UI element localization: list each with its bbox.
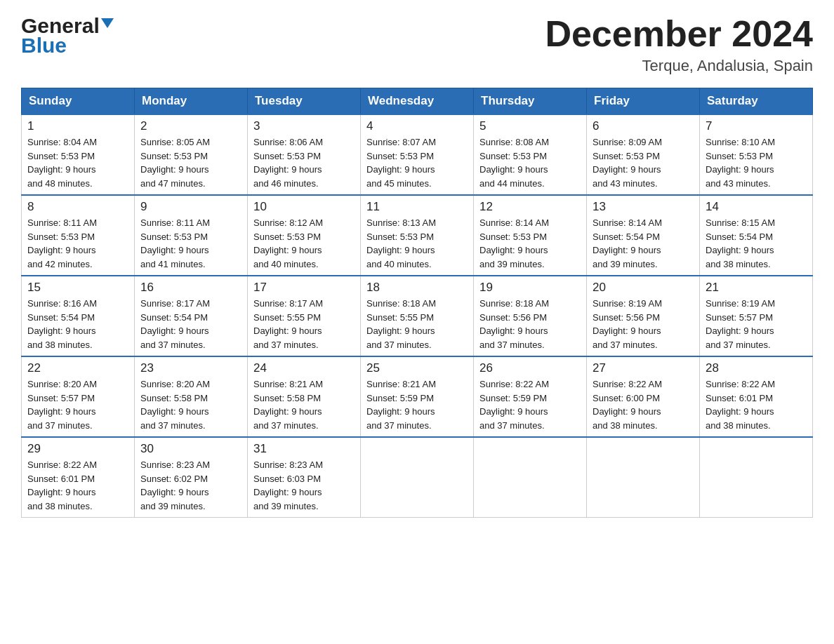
day-info: Sunrise: 8:04 AM Sunset: 5:53 PM Dayligh… — [27, 137, 97, 189]
day-number: 26 — [479, 361, 581, 375]
day-info: Sunrise: 8:11 AM Sunset: 5:53 PM Dayligh… — [27, 217, 97, 269]
table-row: 10 Sunrise: 8:12 AM Sunset: 5:53 PM Dayl… — [248, 195, 361, 276]
table-row: 14 Sunrise: 8:15 AM Sunset: 5:54 PM Dayl… — [700, 195, 813, 276]
location-title: Terque, Andalusia, Spain — [545, 57, 813, 75]
day-info: Sunrise: 8:19 AM Sunset: 5:57 PM Dayligh… — [706, 298, 775, 350]
logo-triangle-icon — [101, 20, 114, 32]
col-wednesday: Wednesday — [361, 88, 474, 115]
day-info: Sunrise: 8:19 AM Sunset: 5:56 PM Dayligh… — [593, 298, 662, 350]
day-number: 20 — [593, 281, 694, 295]
table-row: 9 Sunrise: 8:11 AM Sunset: 5:53 PM Dayli… — [135, 195, 248, 276]
day-number: 7 — [706, 119, 807, 133]
table-row: 27 Sunrise: 8:22 AM Sunset: 6:00 PM Dayl… — [587, 356, 700, 437]
table-row: 21 Sunrise: 8:19 AM Sunset: 5:57 PM Dayl… — [700, 276, 813, 356]
day-info: Sunrise: 8:14 AM Sunset: 5:53 PM Dayligh… — [479, 217, 549, 269]
table-row: 23 Sunrise: 8:20 AM Sunset: 5:58 PM Dayl… — [135, 356, 248, 437]
day-number: 28 — [706, 361, 807, 375]
page-header: General Blue December 2024 Terque, Andal… — [21, 14, 813, 75]
table-row: 11 Sunrise: 8:13 AM Sunset: 5:53 PM Dayl… — [361, 195, 474, 276]
day-info: Sunrise: 8:09 AM Sunset: 5:53 PM Dayligh… — [593, 137, 662, 189]
day-number: 19 — [479, 281, 581, 295]
day-number: 3 — [253, 119, 355, 133]
col-thursday: Thursday — [474, 88, 587, 115]
day-info: Sunrise: 8:07 AM Sunset: 5:53 PM Dayligh… — [366, 137, 436, 189]
month-title: December 2024 — [545, 14, 813, 54]
day-info: Sunrise: 8:22 AM Sunset: 6:01 PM Dayligh… — [27, 459, 97, 511]
table-row — [700, 437, 813, 518]
table-row: 19 Sunrise: 8:18 AM Sunset: 5:56 PM Dayl… — [474, 276, 587, 356]
day-info: Sunrise: 8:14 AM Sunset: 5:54 PM Dayligh… — [593, 217, 662, 269]
day-number: 18 — [366, 281, 468, 295]
table-row — [474, 437, 587, 518]
table-row: 18 Sunrise: 8:18 AM Sunset: 5:55 PM Dayl… — [361, 276, 474, 356]
day-number: 22 — [27, 361, 128, 375]
day-number: 30 — [140, 442, 241, 456]
day-info: Sunrise: 8:10 AM Sunset: 5:53 PM Dayligh… — [706, 137, 775, 189]
day-info: Sunrise: 8:12 AM Sunset: 5:53 PM Dayligh… — [253, 217, 323, 269]
table-row: 5 Sunrise: 8:08 AM Sunset: 5:53 PM Dayli… — [474, 114, 587, 195]
calendar-week-row: 22 Sunrise: 8:20 AM Sunset: 5:57 PM Dayl… — [22, 356, 813, 437]
logo-blue-text: Blue — [21, 34, 67, 58]
col-friday: Friday — [587, 88, 700, 115]
day-info: Sunrise: 8:23 AM Sunset: 6:03 PM Dayligh… — [253, 459, 323, 511]
table-row: 3 Sunrise: 8:06 AM Sunset: 5:53 PM Dayli… — [248, 114, 361, 195]
day-number: 1 — [27, 119, 128, 133]
table-row: 4 Sunrise: 8:07 AM Sunset: 5:53 PM Dayli… — [361, 114, 474, 195]
day-number: 11 — [366, 200, 468, 214]
day-info: Sunrise: 8:22 AM Sunset: 6:01 PM Dayligh… — [706, 379, 775, 431]
day-info: Sunrise: 8:17 AM Sunset: 5:54 PM Dayligh… — [140, 298, 210, 350]
day-number: 5 — [479, 119, 581, 133]
calendar-week-row: 1 Sunrise: 8:04 AM Sunset: 5:53 PM Dayli… — [22, 114, 813, 195]
table-row: 29 Sunrise: 8:22 AM Sunset: 6:01 PM Dayl… — [22, 437, 135, 518]
table-row: 20 Sunrise: 8:19 AM Sunset: 5:56 PM Dayl… — [587, 276, 700, 356]
day-number: 10 — [253, 200, 355, 214]
day-number: 23 — [140, 361, 241, 375]
day-number: 16 — [140, 281, 241, 295]
day-info: Sunrise: 8:21 AM Sunset: 5:59 PM Dayligh… — [366, 379, 436, 431]
day-info: Sunrise: 8:15 AM Sunset: 5:54 PM Dayligh… — [706, 217, 775, 269]
table-row: 12 Sunrise: 8:14 AM Sunset: 5:53 PM Dayl… — [474, 195, 587, 276]
table-row: 1 Sunrise: 8:04 AM Sunset: 5:53 PM Dayli… — [22, 114, 135, 195]
calendar-week-row: 15 Sunrise: 8:16 AM Sunset: 5:54 PM Dayl… — [22, 276, 813, 356]
day-number: 13 — [593, 200, 694, 214]
day-number: 27 — [593, 361, 694, 375]
day-number: 9 — [140, 200, 241, 214]
day-info: Sunrise: 8:18 AM Sunset: 5:55 PM Dayligh… — [366, 298, 436, 350]
table-row: 7 Sunrise: 8:10 AM Sunset: 5:53 PM Dayli… — [700, 114, 813, 195]
day-number: 31 — [253, 442, 355, 456]
day-info: Sunrise: 8:05 AM Sunset: 5:53 PM Dayligh… — [140, 137, 210, 189]
day-info: Sunrise: 8:18 AM Sunset: 5:56 PM Dayligh… — [479, 298, 549, 350]
table-row: 30 Sunrise: 8:23 AM Sunset: 6:02 PM Dayl… — [135, 437, 248, 518]
table-row: 8 Sunrise: 8:11 AM Sunset: 5:53 PM Dayli… — [22, 195, 135, 276]
day-number: 21 — [706, 281, 807, 295]
day-number: 15 — [27, 281, 128, 295]
col-monday: Monday — [135, 88, 248, 115]
table-row: 15 Sunrise: 8:16 AM Sunset: 5:54 PM Dayl… — [22, 276, 135, 356]
day-number: 4 — [366, 119, 468, 133]
calendar-week-row: 8 Sunrise: 8:11 AM Sunset: 5:53 PM Dayli… — [22, 195, 813, 276]
table-row — [587, 437, 700, 518]
day-number: 17 — [253, 281, 355, 295]
calendar-header-row: Sunday Monday Tuesday Wednesday Thursday… — [22, 88, 813, 115]
day-number: 6 — [593, 119, 694, 133]
table-row: 17 Sunrise: 8:17 AM Sunset: 5:55 PM Dayl… — [248, 276, 361, 356]
col-tuesday: Tuesday — [248, 88, 361, 115]
day-info: Sunrise: 8:21 AM Sunset: 5:58 PM Dayligh… — [253, 379, 323, 431]
day-info: Sunrise: 8:13 AM Sunset: 5:53 PM Dayligh… — [366, 217, 436, 269]
day-info: Sunrise: 8:17 AM Sunset: 5:55 PM Dayligh… — [253, 298, 323, 350]
day-info: Sunrise: 8:16 AM Sunset: 5:54 PM Dayligh… — [27, 298, 97, 350]
day-number: 25 — [366, 361, 468, 375]
day-info: Sunrise: 8:22 AM Sunset: 6:00 PM Dayligh… — [593, 379, 662, 431]
day-info: Sunrise: 8:20 AM Sunset: 5:57 PM Dayligh… — [27, 379, 97, 431]
day-number: 2 — [140, 119, 241, 133]
day-number: 12 — [479, 200, 581, 214]
calendar-week-row: 29 Sunrise: 8:22 AM Sunset: 6:01 PM Dayl… — [22, 437, 813, 518]
day-info: Sunrise: 8:22 AM Sunset: 5:59 PM Dayligh… — [479, 379, 549, 431]
table-row: 6 Sunrise: 8:09 AM Sunset: 5:53 PM Dayli… — [587, 114, 700, 195]
table-row: 25 Sunrise: 8:21 AM Sunset: 5:59 PM Dayl… — [361, 356, 474, 437]
table-row: 13 Sunrise: 8:14 AM Sunset: 5:54 PM Dayl… — [587, 195, 700, 276]
table-row: 16 Sunrise: 8:17 AM Sunset: 5:54 PM Dayl… — [135, 276, 248, 356]
col-saturday: Saturday — [700, 88, 813, 115]
col-sunday: Sunday — [22, 88, 135, 115]
calendar-table: Sunday Monday Tuesday Wednesday Thursday… — [21, 88, 813, 518]
